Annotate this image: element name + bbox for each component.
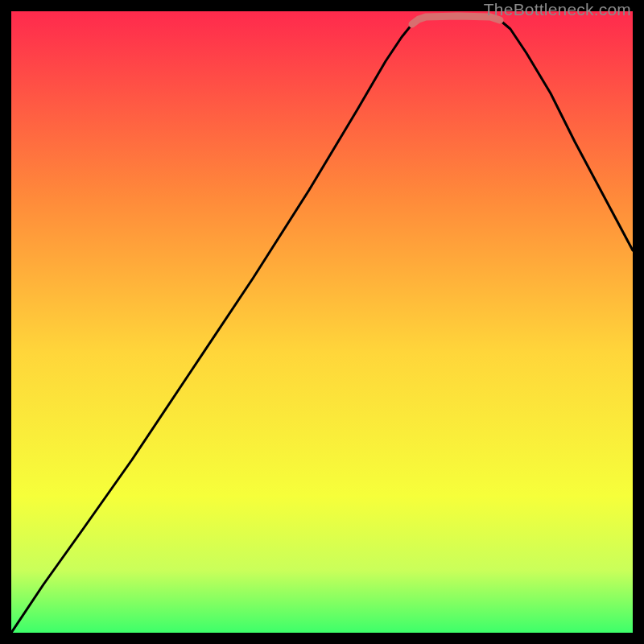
- chart-frame: TheBottleneck.com: [0, 0, 644, 644]
- bottleneck-curve: [11, 16, 633, 633]
- plot-area: [11, 11, 633, 633]
- watermark-label: TheBottleneck.com: [484, 0, 631, 19]
- curve-overlay: [11, 11, 633, 633]
